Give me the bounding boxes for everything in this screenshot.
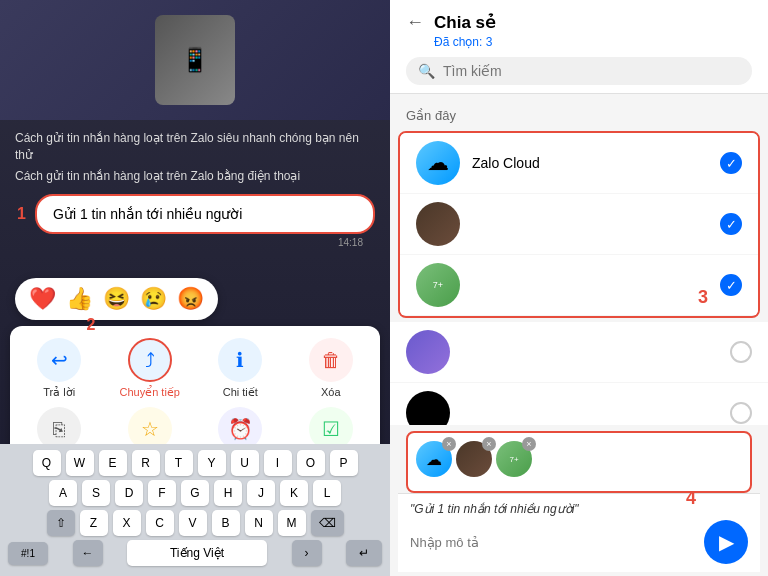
key-g[interactable]: G [181, 480, 209, 506]
key-special[interactable]: #!1 [8, 542, 48, 565]
key-d[interactable]: D [115, 480, 143, 506]
key-w[interactable]: W [66, 450, 94, 476]
phone-image: 📱 [155, 15, 235, 105]
send-button-wrapper: 4 ▶ [704, 520, 748, 564]
key-l[interactable]: L [313, 480, 341, 506]
remove-badge-1[interactable]: × [442, 437, 456, 451]
delete-icon: 🗑 [309, 338, 353, 382]
chat-text-1: Cách gửi tin nhắn hàng loạt trên Zalo si… [15, 130, 375, 164]
share-bottom: "Gửi 1 tin nhắn tới nhiều người" 4 ▶ [398, 493, 760, 572]
key-b[interactable]: B [212, 510, 240, 536]
key-p[interactable]: P [330, 450, 358, 476]
key-backspace[interactable]: ⌫ [311, 510, 344, 536]
key-i[interactable]: I [264, 450, 292, 476]
label-3: 3 [698, 287, 708, 308]
right-panel: ← Chia sẻ Đã chọn: 3 🔍 Gần đây ☁ Zalo Cl… [390, 0, 768, 576]
key-y[interactable]: Y [198, 450, 226, 476]
check-5 [730, 402, 752, 424]
key-j[interactable]: J [247, 480, 275, 506]
selected-contacts-row: ☁ × × 7+ × [416, 441, 742, 477]
recent-label: Gần đây [390, 102, 768, 127]
send-button[interactable]: ▶ [704, 520, 748, 564]
keyboard-row-1: Q W E R T Y U I O P [4, 450, 386, 476]
react-angry[interactable]: 😡 [177, 286, 204, 312]
label-1: 1 [17, 205, 26, 223]
contact-name-1: Zalo Cloud [472, 155, 720, 171]
contact-row-1[interactable]: ☁ Zalo Cloud ✓ [400, 133, 758, 193]
key-shift[interactable]: ⇧ [47, 510, 75, 536]
search-bar: 🔍 [406, 57, 752, 85]
check-3: ✓ [720, 274, 742, 296]
key-u[interactable]: U [231, 450, 259, 476]
key-m[interactable]: M [278, 510, 306, 536]
share-title: Chia sẻ [434, 12, 495, 33]
mini-avatar-2: × [456, 441, 492, 477]
key-k[interactable]: K [280, 480, 308, 506]
back-button[interactable]: ← [406, 12, 424, 33]
remove-badge-2[interactable]: × [482, 437, 496, 451]
check-4 [730, 341, 752, 363]
key-t[interactable]: T [165, 450, 193, 476]
mini-avatar-1: ☁ × [416, 441, 452, 477]
avatar-group: 7+ [416, 263, 460, 307]
react-thumbs[interactable]: 👍 [66, 286, 93, 312]
action-forward[interactable]: ⤴ Chuyển tiếp 2 [109, 338, 192, 399]
key-left[interactable]: ← [73, 540, 103, 566]
mini-avatar-3: 7+ × [496, 441, 532, 477]
reply-icon: ↩ [37, 338, 81, 382]
react-cry[interactable]: 😢 [140, 286, 167, 312]
chat-message-area: Cách gửi tin nhắn hàng loạt trên Zalo si… [0, 120, 390, 264]
key-r[interactable]: R [132, 450, 160, 476]
bottom-area: ☁ × × 7+ × "Gửi 1 tin nhắn tới nhiều ngư… [390, 425, 768, 576]
share-input-row: 4 ▶ [410, 520, 748, 564]
search-icon: 🔍 [418, 63, 435, 79]
key-o[interactable]: O [297, 450, 325, 476]
action-reply[interactable]: ↩ Trả lời [18, 338, 101, 399]
contact-row-5[interactable] [390, 383, 768, 425]
key-right[interactable]: › [292, 540, 322, 566]
key-q[interactable]: Q [33, 450, 61, 476]
key-space[interactable]: Tiếng Việt [127, 540, 267, 566]
search-input[interactable] [443, 63, 740, 79]
delete-label: Xóa [321, 386, 341, 398]
key-v[interactable]: V [179, 510, 207, 536]
remove-badge-3[interactable]: × [522, 437, 536, 451]
react-laugh[interactable]: 😆 [103, 286, 130, 312]
key-z[interactable]: Z [80, 510, 108, 536]
keyboard-row-4: #!1 ← Tiếng Việt › ↵ [4, 540, 386, 566]
reply-label: Trả lời [43, 386, 75, 399]
recent-section: ☁ Zalo Cloud ✓ ✓ 7+ ✓ 3 [398, 131, 760, 318]
label-4: 4 [686, 488, 696, 509]
share-text-input[interactable] [410, 535, 696, 550]
contact-row-4[interactable] [390, 322, 768, 382]
phone-image-area: 📱 [0, 0, 390, 120]
key-n[interactable]: N [245, 510, 273, 536]
key-a[interactable]: A [49, 480, 77, 506]
avatar-black [406, 391, 450, 425]
share-subtitle: Đã chọn: 3 [434, 35, 752, 49]
key-enter[interactable]: ↵ [346, 540, 382, 566]
key-x[interactable]: X [113, 510, 141, 536]
info-icon: ℹ [218, 338, 262, 382]
key-c[interactable]: C [146, 510, 174, 536]
key-f[interactable]: F [148, 480, 176, 506]
label-2: 2 [87, 316, 96, 334]
react-heart[interactable]: ❤️ [29, 286, 56, 312]
chat-text-2: Cách gửi tin nhắn hàng loạt trên Zalo bằ… [15, 168, 375, 185]
key-h[interactable]: H [214, 480, 242, 506]
check-2: ✓ [720, 213, 742, 235]
forward-icon: ⤴ [128, 338, 172, 382]
message-bubble: Gửi 1 tin nhắn tới nhiều người 14:18 [35, 194, 375, 234]
check-1: ✓ [720, 152, 742, 174]
keyboard-row-3: ⇧ Z X C V B N M ⌫ [4, 510, 386, 536]
action-detail[interactable]: ℹ Chi tiết [199, 338, 282, 399]
reaction-popup: ❤️ 👍 😆 😢 😡 [15, 278, 218, 320]
key-e[interactable]: E [99, 450, 127, 476]
key-s[interactable]: S [82, 480, 110, 506]
forward-label: Chuyển tiếp [120, 386, 180, 399]
detail-label: Chi tiết [223, 386, 258, 399]
keyboard-row-2: A S D F G H J K L [4, 480, 386, 506]
share-list: Gần đây ☁ Zalo Cloud ✓ ✓ 7+ ✓ [390, 94, 768, 425]
action-delete[interactable]: 🗑 Xóa [290, 338, 373, 399]
contact-row-2[interactable]: ✓ [400, 194, 758, 254]
